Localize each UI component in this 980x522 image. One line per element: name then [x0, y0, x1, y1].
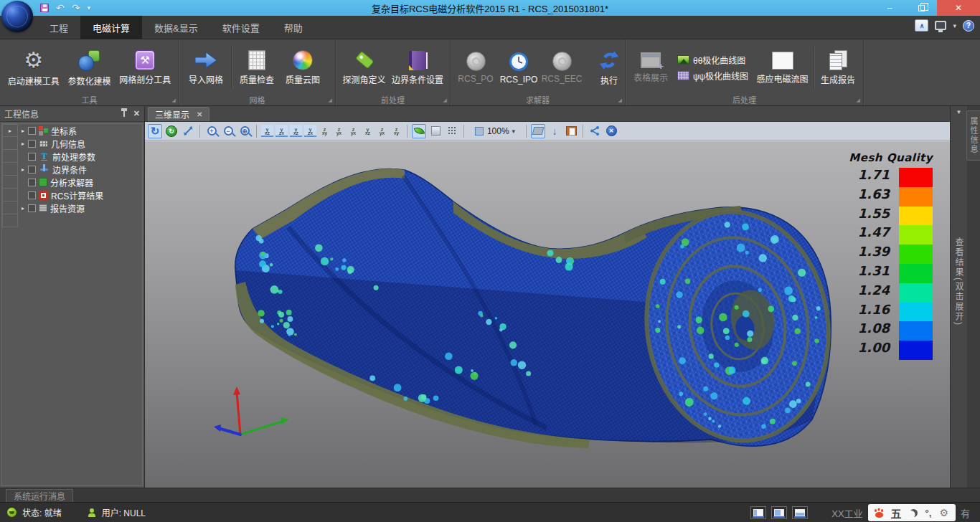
photo-icon — [772, 52, 793, 70]
window-controls: – ✕ — [874, 0, 980, 16]
app-logo[interactable] — [1, 1, 33, 32]
system-messages-tab[interactable]: 系统运行消息 — [6, 489, 73, 502]
checkbox[interactable] — [28, 179, 36, 186]
tab-em-computation[interactable]: 电磁计算 — [80, 16, 142, 39]
clear-view-button[interactable]: ✕ — [604, 124, 618, 138]
surface-mode-button[interactable] — [531, 124, 545, 138]
execute-button[interactable]: 执行 — [588, 47, 630, 88]
tree-item-preprocess-params[interactable]: T 前处理参数 — [2, 150, 142, 163]
ime-toolbar[interactable]: 五 °, ⚙ — [868, 504, 956, 521]
shaded-view-button[interactable] — [412, 124, 426, 138]
strip-caret-icon[interactable]: ▼ — [956, 109, 962, 115]
probe-angle-button[interactable]: 探测角定义 — [340, 48, 388, 87]
properties-tab[interactable]: 属性信息 — [966, 110, 980, 161]
collapse-ribbon-icon[interactable]: ∧ — [915, 19, 928, 32]
tree-item-report-resources[interactable]: ▸ 报告资源 — [2, 201, 142, 214]
tab-data-display[interactable]: 数据&显示 — [142, 16, 210, 39]
view-left-button[interactable]: y xz — [290, 125, 302, 137]
layout-bottom-panel-button[interactable] — [792, 506, 808, 519]
dialog-launcher-icon[interactable]: ◢ — [443, 98, 447, 103]
pin-icon[interactable] — [123, 111, 125, 117]
dialog-launcher-icon[interactable]: ◢ — [857, 98, 860, 103]
ime-wubi-mode[interactable]: 五 — [891, 506, 902, 521]
panel-close-icon[interactable]: ✕ — [133, 109, 140, 118]
theta-polarization-curve-button[interactable]: θθ极化曲线图 — [677, 54, 748, 66]
checkbox[interactable] — [28, 204, 36, 212]
induced-current-map-button[interactable]: 感应电磁流图 — [754, 49, 811, 87]
checkbox[interactable] — [28, 127, 36, 135]
ime-punctuation-mode[interactable]: °, — [925, 508, 932, 518]
view-iso1-button[interactable]: z yx — [347, 125, 359, 137]
layout-left-panel-button[interactable] — [750, 506, 766, 519]
view-iso3-button[interactable]: z yx — [376, 125, 388, 137]
zoom-in-button[interactable]: + — [204, 124, 219, 138]
tree-item-geometry-info[interactable]: ▸ 几何信息 — [2, 137, 142, 150]
rcs-ipo-button[interactable]: RCS_IPO — [498, 49, 540, 87]
3d-canvas[interactable]: Mesh Quality 1.711.63 1.551.47 1.391.31 … — [145, 141, 950, 488]
export-view-button[interactable] — [564, 124, 578, 138]
tab-help[interactable]: 帮助 — [272, 16, 315, 39]
help-icon[interactable]: ? — [963, 20, 974, 32]
import-to-view-button[interactable]: ↓ — [547, 124, 562, 138]
wireframe-view-button[interactable] — [428, 124, 443, 138]
zoom-extents-button[interactable]: ⊕ — [237, 124, 252, 138]
expander-icon[interactable]: ▸ — [18, 128, 28, 134]
zoom-level-select[interactable]: 100% ▾ — [468, 124, 522, 138]
tab-project[interactable]: 工程 — [37, 16, 80, 39]
view-bottom-button[interactable]: z yx — [333, 125, 345, 137]
quality-check-button[interactable]: 质量检查 — [235, 48, 279, 87]
view-back-button[interactable]: y zx — [275, 125, 288, 137]
view-front-button[interactable]: y xz — [261, 125, 273, 137]
expander-icon[interactable]: ▸ — [18, 166, 28, 173]
ime-moon-icon[interactable] — [910, 509, 918, 517]
minimize-button[interactable]: – — [874, 0, 905, 16]
checkbox[interactable] — [28, 191, 36, 199]
ime-logo-paw-icon[interactable] — [875, 512, 883, 518]
dialog-launcher-icon[interactable]: ◢ — [618, 98, 622, 103]
expander-icon[interactable]: ▸ — [18, 205, 28, 212]
tree-item-coordinate-system[interactable]: ▸ ▸ 坐标系 — [2, 124, 142, 137]
view-right-button[interactable]: y zx — [304, 125, 316, 137]
results-side-strip[interactable]: ▼ 查看结果(双击展开) — [950, 106, 967, 488]
points-view-button[interactable] — [445, 124, 459, 138]
display-device-icon[interactable] — [935, 21, 946, 30]
tree-item-boundary-conditions[interactable]: ▸ 边界条件 — [2, 163, 142, 176]
close-button[interactable]: ✕ — [937, 0, 980, 16]
import-mesh-button[interactable]: 导入网格 — [184, 48, 228, 87]
dialog-launcher-icon[interactable]: ◢ — [172, 98, 176, 103]
dialog-launcher-icon[interactable]: ◢ — [329, 98, 332, 103]
ime-settings-gear-icon[interactable]: ⚙ — [939, 507, 948, 518]
button-label: 网格剖分工具 — [119, 73, 171, 85]
table-display-button[interactable]: 表格展示 — [630, 50, 672, 85]
refresh-view-button[interactable]: ↻ — [164, 124, 179, 138]
rcs-po-button[interactable]: RCS_PO — [455, 49, 496, 86]
tree-item-analysis-solver[interactable]: 分析求解器 — [2, 176, 142, 189]
view-iso4-button[interactable]: z xy — [390, 125, 402, 137]
tab-3d-display[interactable]: 三维显示 ✕ — [148, 107, 209, 121]
quality-contour-button[interactable]: 质量云图 — [281, 48, 325, 87]
boundary-conditions-button[interactable]: 边界条件设置 — [390, 49, 446, 87]
generate-report-button[interactable]: 生成报告 — [817, 48, 859, 87]
checkbox[interactable] — [28, 140, 36, 148]
expander-icon[interactable]: ▸ — [18, 141, 28, 147]
copyright-text-right: 有 — [961, 506, 970, 520]
rotate-view-button[interactable]: ↻ — [148, 124, 162, 138]
checkbox[interactable] — [28, 166, 36, 174]
parametric-modeling-button[interactable]: 参数化建模 — [64, 47, 114, 89]
psi-polarization-curve-button[interactable]: ψψ极化曲线图 — [677, 70, 748, 82]
fit-view-button[interactable] — [181, 124, 195, 138]
view-iso2-button[interactable]: y xz — [362, 125, 374, 137]
meshing-tool-button[interactable]: ⚒ 网格剖分工具 — [116, 48, 174, 87]
tab-software-settings[interactable]: 软件设置 — [210, 16, 272, 39]
checkbox[interactable] — [28, 153, 36, 161]
restore-button[interactable] — [905, 0, 937, 16]
view-top-button[interactable]: z xy — [319, 125, 331, 137]
tab-close-icon[interactable]: ✕ — [197, 110, 202, 118]
share-view-button[interactable] — [588, 124, 602, 138]
launch-modeling-tool-button[interactable]: ⚙ 启动建模工具 — [4, 47, 62, 89]
layout-split-button[interactable] — [771, 506, 787, 519]
rcs-eec-button[interactable]: RCS_EEC — [541, 49, 583, 86]
zoom-out-button[interactable]: − — [221, 124, 235, 138]
tree-item-rcs-results[interactable]: RCS计算结果 — [2, 189, 142, 201]
device-dropdown-icon[interactable]: ▾ — [953, 22, 956, 29]
